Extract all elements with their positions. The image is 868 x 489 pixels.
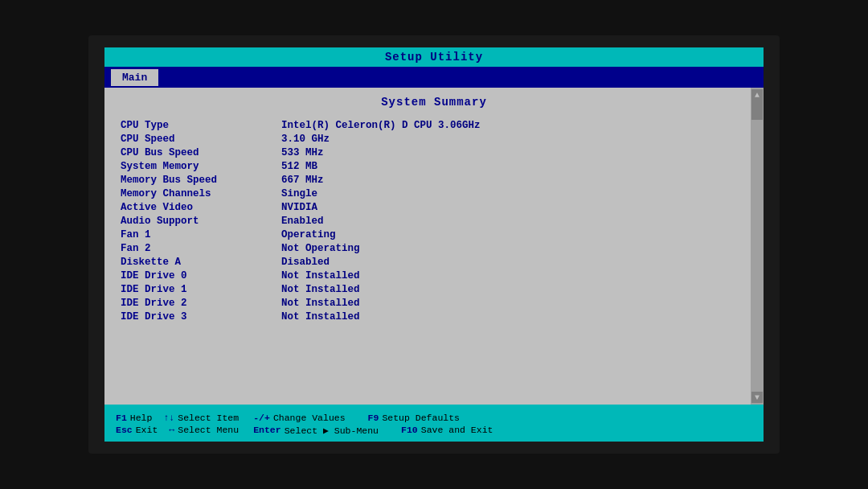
scrollbar[interactable]: ▲ ▼ xyxy=(751,88,764,405)
table-row: IDE Drive 3Not Installed xyxy=(121,311,747,323)
f1-key: F1 xyxy=(116,413,127,423)
bios-screen: Setup Utility Main System Summary CPU Ty… xyxy=(104,47,764,442)
table-row: CPU Speed3.10 GHz xyxy=(121,134,747,145)
field-value: Single xyxy=(281,188,317,199)
table-row: System Memory512 MB xyxy=(121,161,747,172)
f9-key: F9 xyxy=(368,413,379,423)
field-value: Not Installed xyxy=(281,284,360,295)
table-row: IDE Drive 0Not Installed xyxy=(121,270,747,281)
field-value: Operating xyxy=(281,229,336,240)
table-row: Fan 1Operating xyxy=(121,229,747,240)
field-value: Not Installed xyxy=(281,270,360,281)
field-value: Not Installed xyxy=(281,298,360,309)
help-section-left: F1 Help ↑↓ Select Item -/+ Change Values… xyxy=(116,413,501,436)
field-value: Intel(R) Celeron(R) D CPU 3.06GHz xyxy=(281,120,481,131)
field-label: CPU Type xyxy=(121,120,281,131)
field-value: Not Installed xyxy=(281,311,360,323)
field-label: Audio Support xyxy=(121,216,281,227)
scrollbar-arrow-down[interactable]: ▼ xyxy=(751,392,763,403)
main-body: System Summary CPU TypeIntel(R) Celeron(… xyxy=(104,88,764,442)
field-label: IDE Drive 1 xyxy=(121,284,281,295)
table-row: Audio SupportEnabled xyxy=(121,216,747,227)
bios-title: Setup Utility xyxy=(385,51,483,64)
field-label: CPU Speed xyxy=(121,134,281,145)
field-label: IDE Drive 2 xyxy=(121,298,281,309)
select-item-label: Select Item xyxy=(178,413,239,423)
save-exit-label: Save and Exit xyxy=(421,425,493,435)
field-label: Memory Bus Speed xyxy=(121,175,281,186)
info-table: CPU TypeIntel(R) Celeron(R) D CPU 3.06GH… xyxy=(121,120,747,323)
esc-key: Esc xyxy=(116,425,133,435)
content-area: System Summary CPU TypeIntel(R) Celeron(… xyxy=(104,88,764,405)
field-value: NVIDIA xyxy=(281,202,317,213)
content-wrapper: System Summary CPU TypeIntel(R) Celeron(… xyxy=(104,88,764,405)
field-label: Memory Channels xyxy=(121,188,281,199)
help-bar: F1 Help ↑↓ Select Item -/+ Change Values… xyxy=(104,405,764,442)
field-label: Fan 2 xyxy=(121,243,281,254)
menu-item-main[interactable]: Main xyxy=(111,69,158,86)
help-row-2: Esc Exit ↔ Select Menu Enter Select ▶ Su… xyxy=(116,425,501,436)
field-value: Disabled xyxy=(281,257,330,268)
up-down-key: ↑↓ xyxy=(163,413,174,423)
table-row: CPU Bus Speed533 MHz xyxy=(121,147,747,158)
field-label: CPU Bus Speed xyxy=(121,147,281,158)
field-label: IDE Drive 3 xyxy=(121,311,281,323)
title-bar: Setup Utility xyxy=(104,47,764,67)
field-label: Fan 1 xyxy=(121,229,281,240)
monitor: Setup Utility Main System Summary CPU Ty… xyxy=(88,35,780,454)
field-label: System Memory xyxy=(121,161,281,172)
menu-bar: Main xyxy=(104,67,764,88)
scrollbar-arrow-up[interactable]: ▲ xyxy=(751,89,763,101)
enter-key: Enter xyxy=(253,425,281,435)
dash-plus-key: -/+ xyxy=(253,413,270,423)
table-row: IDE Drive 2Not Installed xyxy=(121,298,747,309)
table-row: Fan 2Not Operating xyxy=(121,243,747,254)
section-title: System Summary xyxy=(121,96,747,109)
help-row-1: F1 Help ↑↓ Select Item -/+ Change Values… xyxy=(116,413,501,423)
table-row: Diskette ADisabled xyxy=(121,257,747,268)
field-label: Diskette A xyxy=(121,257,281,268)
field-label: Active Video xyxy=(121,202,281,213)
field-value: 533 MHz xyxy=(281,147,324,158)
left-right-key: ↔ xyxy=(169,425,174,435)
select-menu-label: Select Menu xyxy=(178,425,239,435)
field-value: 667 MHz xyxy=(281,175,324,186)
field-value: Enabled xyxy=(281,216,324,227)
table-row: IDE Drive 1Not Installed xyxy=(121,284,747,295)
change-values-label: Change Values xyxy=(273,413,346,423)
table-row: Active VideoNVIDIA xyxy=(121,202,747,213)
exit-label: Exit xyxy=(136,425,158,435)
table-row: Memory Bus Speed667 MHz xyxy=(121,175,747,186)
help-label: Help xyxy=(130,413,153,423)
table-row: Memory ChannelsSingle xyxy=(121,188,747,199)
field-value: 512 MB xyxy=(281,161,317,172)
f10-key: F10 xyxy=(401,425,418,435)
field-label: IDE Drive 0 xyxy=(121,270,281,281)
setup-defaults-label: Setup Defaults xyxy=(382,413,460,423)
table-row: CPU TypeIntel(R) Celeron(R) D CPU 3.06GH… xyxy=(121,120,747,131)
field-value: Not Operating xyxy=(281,243,360,254)
select-submenu-label: Select ▶ Sub-Menu xyxy=(285,425,379,436)
field-value: 3.10 GHz xyxy=(281,134,330,145)
